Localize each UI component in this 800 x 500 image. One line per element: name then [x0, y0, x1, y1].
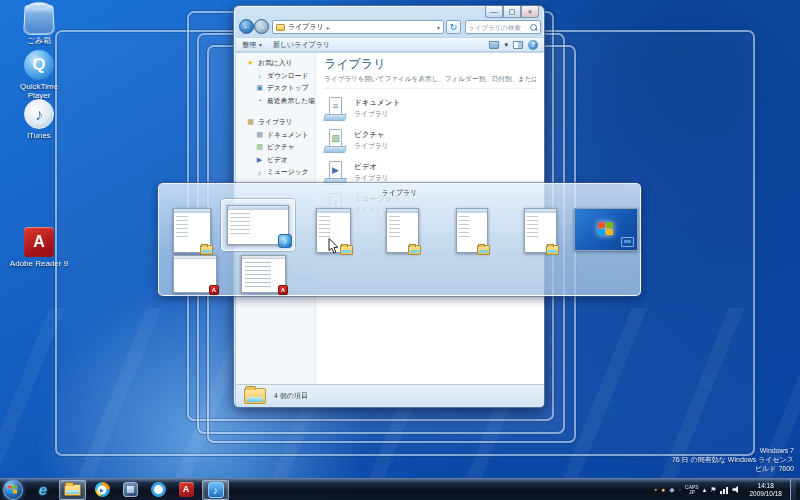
- back-button[interactable]: ←: [239, 19, 254, 34]
- pictures-library-icon: ▨: [324, 129, 346, 153]
- library-folder-icon: [276, 24, 285, 31]
- search-icon: [530, 24, 537, 31]
- photo-app-icon: [123, 482, 138, 497]
- sidebar-item-label: 最近表示した場所: [267, 96, 316, 106]
- tray-app-icon[interactable]: ▫: [679, 486, 681, 494]
- change-view-icon[interactable]: [489, 41, 499, 49]
- taskbar-button-photo-app[interactable]: [118, 480, 142, 500]
- peek-thumbnail-desktop[interactable]: [574, 208, 638, 251]
- new-library-button[interactable]: 新しいライブラリ: [273, 40, 330, 50]
- library-item-name: ピクチャ: [354, 130, 389, 140]
- peek-thumbnail-reader-1[interactable]: A: [173, 255, 217, 293]
- minimize-button[interactable]: —: [485, 6, 503, 18]
- taskbar-clock[interactable]: 14:18 2009/10/18: [745, 482, 786, 498]
- ime-language-indicator[interactable]: CAPS JP: [685, 485, 699, 495]
- peek-thumbnail-reader-2[interactable]: A: [241, 255, 286, 293]
- library-item-name: ドキュメント: [354, 98, 400, 108]
- peek-thumbnail-explorer-6[interactable]: [524, 208, 557, 253]
- library-folder-icon: [244, 388, 266, 404]
- sidebar-item-downloads[interactable]: ↓ ダウンロード: [236, 70, 315, 83]
- sidebar-item-label: ライブラリ: [258, 117, 293, 127]
- quicktime-icon: [151, 482, 166, 497]
- itunes-icon: ♪: [208, 482, 224, 498]
- start-button[interactable]: [3, 480, 23, 500]
- organize-button[interactable]: 整理 ▼: [242, 40, 263, 50]
- sidebar-item-label: ダウンロード: [267, 71, 309, 81]
- network-icon[interactable]: [720, 486, 728, 494]
- itunes-icon: ♪: [24, 99, 54, 129]
- videos-icon: ▶: [255, 156, 264, 164]
- taskbar-button-quicktime[interactable]: [146, 480, 170, 500]
- quicktime-icon: Q: [24, 50, 54, 80]
- sidebar-item-pictures[interactable]: ▨ ピクチャ: [236, 141, 315, 154]
- forward-button[interactable]: →: [254, 19, 269, 34]
- sidebar-item-label: お気に入り: [258, 58, 292, 68]
- watermark-line: 76 日 の間有効な Windows ライセンス: [672, 455, 794, 464]
- show-desktop-button[interactable]: [790, 479, 796, 500]
- volume-icon[interactable]: [732, 485, 741, 494]
- refresh-button[interactable]: ↻: [446, 20, 461, 34]
- command-toolbar: 整理 ▼ 新しいライブラリ ▾ ?: [236, 37, 544, 52]
- sidebar-item-desktop[interactable]: ▣ デスクトップ: [236, 82, 315, 95]
- windows-flag-icon: [8, 485, 18, 494]
- internet-explorer-icon: e: [39, 481, 47, 498]
- monitor-icon: [621, 237, 634, 247]
- show-hidden-icons-button[interactable]: ▴: [703, 486, 707, 494]
- close-button[interactable]: ×: [521, 6, 539, 18]
- library-item-documents[interactable]: ≡ ドキュメント ライブラリ: [324, 96, 536, 121]
- breadcrumb[interactable]: ライブラリ ▸ ▾: [272, 20, 444, 34]
- folder-badge-icon: [477, 245, 490, 255]
- videos-library-icon: ▶: [324, 161, 346, 185]
- taskbar-button-adobe-reader[interactable]: A: [174, 480, 198, 500]
- adobe-badge-icon: A: [209, 285, 219, 295]
- clock-time: 14:18: [749, 482, 782, 490]
- breadcrumb-item[interactable]: ライブラリ: [288, 22, 324, 32]
- peek-thumbnail-explorer-5[interactable]: [456, 208, 488, 253]
- sidebar-item-label: ビデオ: [267, 155, 288, 165]
- details-pane: 4 個の項目: [236, 384, 544, 407]
- sidebar-item-videos[interactable]: ▶ ビデオ: [236, 154, 315, 167]
- tray-app-icon[interactable]: ▪: [654, 486, 656, 494]
- library-item-videos[interactable]: ▶ ビデオ ライブラリ: [324, 160, 536, 185]
- windows-flag-icon: [598, 222, 614, 236]
- action-center-flag-icon[interactable]: ⚑: [710, 486, 716, 494]
- sidebar-item-recent-places[interactable]: ◔ 最近表示した場所: [236, 95, 315, 108]
- chevron-down-icon[interactable]: ▾: [504, 41, 508, 49]
- library-item-pictures[interactable]: ▨ ピクチャ ライブラリ: [324, 128, 536, 153]
- sidebar-item-label: ドキュメント: [267, 130, 309, 140]
- new-library-label: 新しいライブラリ: [273, 40, 330, 50]
- folder-badge-icon: [200, 245, 213, 255]
- adobe-reader-icon: A: [24, 227, 54, 257]
- sidebar-item-music[interactable]: ♪ ミュージック: [236, 166, 315, 179]
- peek-thumbnail-explorer-4[interactable]: [386, 208, 419, 253]
- tray-app-icon[interactable]: ●: [661, 486, 665, 494]
- peek-thumbnail-explorer-1[interactable]: [173, 208, 211, 253]
- maximize-button[interactable]: ▢: [503, 6, 521, 18]
- search-box[interactable]: [465, 20, 541, 34]
- tray-app-icon[interactable]: ◆: [669, 486, 674, 494]
- taskbar-button-itunes-open[interactable]: ♪: [202, 480, 229, 500]
- taskbar-button-explorer-active[interactable]: [59, 480, 86, 500]
- desktop: ごみ箱 Q QuickTime Player ♪ iTunes A Adobe …: [0, 0, 800, 500]
- sidebar-item-label: ピクチャ: [267, 142, 295, 152]
- search-input[interactable]: [466, 24, 530, 31]
- items-count: 4 個の項目: [274, 391, 308, 401]
- desktop-icon: ▣: [255, 84, 264, 92]
- documents-icon: ▤: [255, 131, 264, 139]
- taskbar-button-internet-explorer[interactable]: e: [31, 480, 55, 500]
- preview-pane-icon[interactable]: [513, 41, 523, 49]
- media-player-icon: [95, 482, 110, 497]
- library-item-type: ライブラリ: [354, 109, 400, 119]
- clock-date: 2009/10/18: [749, 490, 782, 498]
- sidebar-item-libraries[interactable]: ▦ ライブラリ: [236, 116, 315, 129]
- adobe-badge-icon: A: [278, 285, 288, 295]
- peek-thumbnail-explorer-2-hovered[interactable]: ♪: [227, 205, 289, 245]
- sidebar-item-documents[interactable]: ▤ ドキュメント: [236, 129, 315, 142]
- taskbar-button-media-player[interactable]: [90, 480, 114, 500]
- library-item-type: ライブラリ: [354, 173, 389, 183]
- sidebar-item-favorites[interactable]: ★ お気に入り: [236, 57, 315, 70]
- page-subtitle: ライブラリを開いてファイルを表示し、フォルダー別、日付別、またはその他...: [324, 75, 536, 89]
- chevron-down-icon[interactable]: ▾: [437, 24, 440, 31]
- help-icon[interactable]: ?: [528, 40, 538, 50]
- adobe-reader-icon: A: [179, 482, 194, 497]
